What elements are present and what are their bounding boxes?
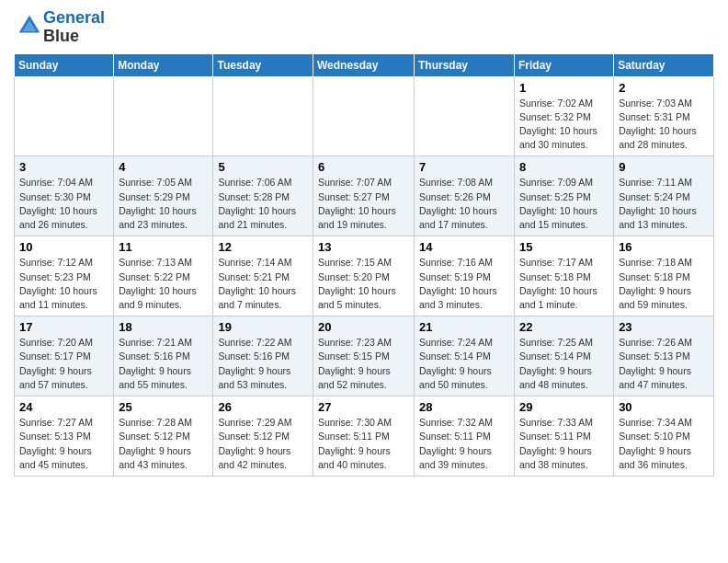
- calendar-cell: 28Sunrise: 7:32 AMSunset: 5:11 PMDayligh…: [415, 396, 515, 477]
- logo-text: GeneralBlue: [43, 9, 105, 46]
- calendar-cell: 12Sunrise: 7:14 AMSunset: 5:21 PMDayligh…: [213, 236, 313, 316]
- day-number: 29: [519, 400, 609, 414]
- day-info: Sunrise: 7:23 AMSunset: 5:15 PMDaylight:…: [318, 336, 409, 392]
- calendar-cell: 10Sunrise: 7:12 AMSunset: 5:23 PMDayligh…: [15, 236, 114, 316]
- day-number: 20: [318, 320, 409, 334]
- day-of-week-header: Friday: [515, 53, 614, 76]
- day-info: Sunrise: 7:12 AMSunset: 5:23 PMDaylight:…: [19, 256, 108, 312]
- page-header: GeneralBlue: [14, 9, 714, 46]
- day-info: Sunrise: 7:34 AMSunset: 5:10 PMDaylight:…: [619, 416, 709, 472]
- calendar-week-row: 10Sunrise: 7:12 AMSunset: 5:23 PMDayligh…: [15, 236, 714, 316]
- calendar-cell: 5Sunrise: 7:06 AMSunset: 5:28 PMDaylight…: [213, 156, 313, 236]
- calendar-cell: 22Sunrise: 7:25 AMSunset: 5:14 PMDayligh…: [515, 316, 614, 396]
- day-info: Sunrise: 7:17 AMSunset: 5:18 PMDaylight:…: [519, 256, 609, 312]
- day-number: 6: [318, 160, 409, 174]
- day-info: Sunrise: 7:24 AMSunset: 5:14 PMDaylight:…: [419, 336, 509, 392]
- day-number: 1: [519, 81, 609, 95]
- day-info: Sunrise: 7:03 AMSunset: 5:31 PMDaylight:…: [619, 97, 709, 153]
- day-number: 13: [318, 240, 409, 254]
- calendar-table: SundayMondayTuesdayWednesdayThursdayFrid…: [14, 53, 714, 477]
- day-info: Sunrise: 7:33 AMSunset: 5:11 PMDaylight:…: [519, 416, 609, 472]
- day-of-week-header: Monday: [114, 53, 213, 76]
- day-of-week-header: Wednesday: [313, 53, 415, 76]
- day-info: Sunrise: 7:04 AMSunset: 5:30 PMDaylight:…: [19, 176, 108, 232]
- calendar-week-row: 24Sunrise: 7:27 AMSunset: 5:13 PMDayligh…: [15, 396, 714, 477]
- logo: GeneralBlue: [14, 9, 105, 46]
- calendar-week-row: 1Sunrise: 7:02 AMSunset: 5:32 PMDaylight…: [15, 76, 714, 156]
- day-number: 24: [19, 400, 108, 414]
- calendar-cell: 18Sunrise: 7:21 AMSunset: 5:16 PMDayligh…: [114, 316, 213, 396]
- day-info: Sunrise: 7:20 AMSunset: 5:17 PMDaylight:…: [19, 336, 108, 392]
- calendar-body: 1Sunrise: 7:02 AMSunset: 5:32 PMDaylight…: [15, 76, 714, 476]
- calendar-cell: 11Sunrise: 7:13 AMSunset: 5:22 PMDayligh…: [114, 236, 213, 316]
- day-info: Sunrise: 7:02 AMSunset: 5:32 PMDaylight:…: [519, 97, 609, 153]
- calendar-cell: 14Sunrise: 7:16 AMSunset: 5:19 PMDayligh…: [415, 236, 515, 316]
- calendar-cell: 13Sunrise: 7:15 AMSunset: 5:20 PMDayligh…: [313, 236, 415, 316]
- day-info: Sunrise: 7:32 AMSunset: 5:11 PMDaylight:…: [419, 416, 509, 472]
- day-number: 17: [19, 320, 108, 334]
- day-number: 9: [619, 160, 709, 174]
- day-number: 15: [519, 240, 609, 254]
- day-number: 12: [218, 240, 308, 254]
- calendar-cell: 15Sunrise: 7:17 AMSunset: 5:18 PMDayligh…: [515, 236, 614, 316]
- day-number: 3: [19, 160, 108, 174]
- day-of-week-header: Saturday: [614, 53, 714, 76]
- day-number: 23: [619, 320, 709, 334]
- calendar-cell: 17Sunrise: 7:20 AMSunset: 5:17 PMDayligh…: [15, 316, 114, 396]
- day-number: 27: [318, 400, 409, 414]
- day-of-week-header: Sunday: [15, 53, 114, 76]
- day-info: Sunrise: 7:11 AMSunset: 5:24 PMDaylight:…: [619, 176, 709, 232]
- calendar-cell: 27Sunrise: 7:30 AMSunset: 5:11 PMDayligh…: [313, 396, 415, 477]
- day-info: Sunrise: 7:15 AMSunset: 5:20 PMDaylight:…: [318, 256, 409, 312]
- calendar-cell: [415, 76, 515, 156]
- calendar-cell: 7Sunrise: 7:08 AMSunset: 5:26 PMDaylight…: [415, 156, 515, 236]
- day-info: Sunrise: 7:08 AMSunset: 5:26 PMDaylight:…: [419, 176, 509, 232]
- day-info: Sunrise: 7:25 AMSunset: 5:14 PMDaylight:…: [519, 336, 609, 392]
- day-info: Sunrise: 7:07 AMSunset: 5:27 PMDaylight:…: [318, 176, 409, 232]
- calendar-cell: [313, 76, 415, 156]
- day-number: 30: [619, 400, 709, 414]
- day-number: 28: [419, 400, 509, 414]
- day-info: Sunrise: 7:28 AMSunset: 5:12 PMDaylight:…: [119, 416, 208, 472]
- day-number: 4: [119, 160, 208, 174]
- day-number: 7: [419, 160, 509, 174]
- calendar-cell: 20Sunrise: 7:23 AMSunset: 5:15 PMDayligh…: [313, 316, 415, 396]
- day-number: 10: [19, 240, 108, 254]
- day-of-week-header: Thursday: [415, 53, 515, 76]
- day-number: 22: [519, 320, 609, 334]
- day-number: 19: [218, 320, 308, 334]
- day-info: Sunrise: 7:05 AMSunset: 5:29 PMDaylight:…: [119, 176, 208, 232]
- day-number: 25: [119, 400, 208, 414]
- day-number: 26: [218, 400, 308, 414]
- day-info: Sunrise: 7:13 AMSunset: 5:22 PMDaylight:…: [119, 256, 208, 312]
- day-info: Sunrise: 7:16 AMSunset: 5:19 PMDaylight:…: [419, 256, 509, 312]
- calendar-cell: 25Sunrise: 7:28 AMSunset: 5:12 PMDayligh…: [114, 396, 213, 477]
- calendar-cell: 3Sunrise: 7:04 AMSunset: 5:30 PMDaylight…: [15, 156, 114, 236]
- calendar-cell: 16Sunrise: 7:18 AMSunset: 5:18 PMDayligh…: [614, 236, 714, 316]
- calendar-cell: 29Sunrise: 7:33 AMSunset: 5:11 PMDayligh…: [515, 396, 614, 477]
- day-info: Sunrise: 7:14 AMSunset: 5:21 PMDaylight:…: [218, 256, 308, 312]
- day-info: Sunrise: 7:06 AMSunset: 5:28 PMDaylight:…: [218, 176, 308, 232]
- calendar-cell: 9Sunrise: 7:11 AMSunset: 5:24 PMDaylight…: [614, 156, 714, 236]
- day-number: 5: [218, 160, 308, 174]
- calendar-cell: 4Sunrise: 7:05 AMSunset: 5:29 PMDaylight…: [114, 156, 213, 236]
- day-number: 8: [519, 160, 609, 174]
- day-number: 2: [619, 81, 709, 95]
- day-number: 11: [119, 240, 208, 254]
- day-info: Sunrise: 7:30 AMSunset: 5:11 PMDaylight:…: [318, 416, 409, 472]
- day-of-week-header: Tuesday: [213, 53, 313, 76]
- day-info: Sunrise: 7:21 AMSunset: 5:16 PMDaylight:…: [119, 336, 208, 392]
- day-number: 18: [119, 320, 208, 334]
- day-info: Sunrise: 7:22 AMSunset: 5:16 PMDaylight:…: [218, 336, 308, 392]
- calendar-cell: [114, 76, 213, 156]
- day-number: 21: [419, 320, 509, 334]
- calendar-cell: 30Sunrise: 7:34 AMSunset: 5:10 PMDayligh…: [614, 396, 714, 477]
- day-info: Sunrise: 7:26 AMSunset: 5:13 PMDaylight:…: [619, 336, 709, 392]
- calendar-cell: 21Sunrise: 7:24 AMSunset: 5:14 PMDayligh…: [415, 316, 515, 396]
- calendar-cell: 8Sunrise: 7:09 AMSunset: 5:25 PMDaylight…: [515, 156, 614, 236]
- calendar-week-row: 3Sunrise: 7:04 AMSunset: 5:30 PMDaylight…: [15, 156, 714, 236]
- calendar-cell: 1Sunrise: 7:02 AMSunset: 5:32 PMDaylight…: [515, 76, 614, 156]
- calendar-cell: 6Sunrise: 7:07 AMSunset: 5:27 PMDaylight…: [313, 156, 415, 236]
- day-info: Sunrise: 7:09 AMSunset: 5:25 PMDaylight:…: [519, 176, 609, 232]
- day-number: 14: [419, 240, 509, 254]
